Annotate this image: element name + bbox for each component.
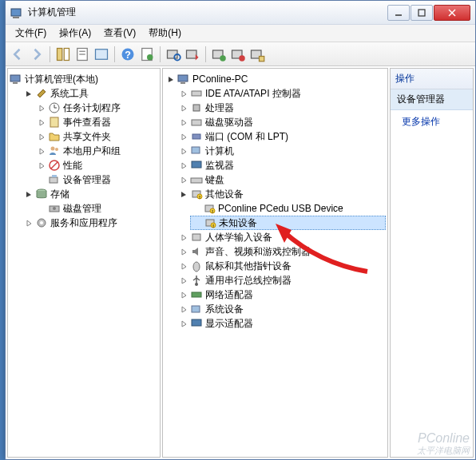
export-button[interactable] [93, 46, 110, 63]
svg-point-39 [53, 207, 56, 210]
expand-icon[interactable] [180, 291, 188, 299]
device-computers[interactable]: 计算机 [177, 144, 386, 158]
tree-performance[interactable]: 性能 [35, 158, 158, 172]
menu-file[interactable]: 文件(F) [9, 25, 53, 42]
svg-point-22 [239, 55, 245, 61]
services-icon [35, 216, 48, 229]
menu-help[interactable]: 帮助(H) [142, 25, 188, 42]
expand-icon[interactable] [180, 161, 188, 169]
tree-local-users[interactable]: 本地用户和组 [35, 144, 158, 158]
expand-icon[interactable] [180, 319, 188, 327]
expand-icon[interactable] [180, 176, 188, 184]
actions-panel: 操作 设备管理器 更多操作 [390, 68, 474, 458]
tree-system-tools[interactable]: 系统工具 [22, 86, 158, 101]
mouse-icon [190, 260, 203, 272]
collapse-icon[interactable] [25, 190, 33, 198]
device-display[interactable]: 显示适配器 [177, 316, 386, 331]
expand-icon[interactable] [180, 133, 188, 141]
device-monitors[interactable]: 监视器 [177, 158, 386, 172]
ide-icon [190, 87, 203, 100]
expand-icon[interactable] [180, 233, 188, 241]
expand-icon[interactable] [38, 147, 46, 155]
expand-icon[interactable] [180, 262, 188, 270]
window-title: 计算机管理 [28, 6, 387, 19]
actions-header: 操作 [391, 69, 473, 89]
svg-rect-7 [64, 48, 69, 60]
menu-view[interactable]: 查看(V) [97, 25, 142, 42]
more-actions-link[interactable]: 更多操作 [391, 110, 473, 133]
device-cpu[interactable]: 处理器 [177, 101, 386, 115]
menu-action[interactable]: 操作(A) [53, 25, 97, 42]
expand-icon[interactable] [38, 118, 46, 126]
expand-icon[interactable] [180, 89, 188, 97]
scan-button[interactable] [165, 46, 182, 63]
properties-button[interactable] [73, 46, 91, 63]
maximize-button[interactable] [411, 5, 433, 21]
tree-event-viewer[interactable]: 事件查看器 [35, 115, 158, 129]
device-disk-drives[interactable]: 磁盘驱动器 [177, 115, 386, 129]
tree-disk-management[interactable]: 磁盘管理 [35, 201, 158, 216]
svg-rect-30 [50, 117, 58, 127]
collapse-icon[interactable] [25, 89, 33, 97]
forward-button[interactable] [28, 46, 46, 63]
titlebar[interactable]: 计算机管理 [6, 1, 475, 25]
device-network[interactable]: 网络适配器 [177, 288, 386, 302]
folder-share-icon [48, 130, 61, 143]
tree-task-scheduler[interactable]: 任务计划程序 [35, 101, 158, 115]
device-sound[interactable]: 声音、视频和游戏控制器 [177, 244, 386, 259]
expand-icon[interactable] [180, 147, 188, 155]
device-unknown[interactable]: !未知设备 [190, 216, 386, 230]
menubar: 文件(F) 操作(A) 查看(V) 帮助(H) [6, 25, 475, 42]
device-system[interactable]: 系统设备 [177, 302, 386, 316]
svg-rect-50 [191, 178, 202, 183]
svg-rect-63 [192, 292, 201, 297]
svg-rect-26 [13, 82, 18, 84]
update-driver-button[interactable] [184, 46, 201, 63]
expand-icon[interactable] [180, 248, 188, 256]
back-button[interactable] [9, 46, 26, 63]
minimize-button[interactable] [387, 5, 410, 21]
expand-icon[interactable] [25, 219, 33, 227]
uninstall-button[interactable] [210, 46, 228, 63]
expand-icon[interactable] [38, 104, 46, 112]
help-button[interactable]: ? [119, 46, 137, 63]
expand-icon[interactable] [38, 133, 46, 141]
collapse-icon[interactable] [180, 190, 188, 198]
device-ports[interactable]: 端口 (COM 和 LPT) [177, 129, 386, 144]
device-mouse[interactable]: 鼠标和其他指针设备 [177, 259, 386, 273]
tree-root-computer-management[interactable]: 计算机管理(本地) [10, 72, 158, 86]
svg-point-15 [147, 54, 153, 61]
tree-device-manager[interactable]: 设备管理器 [35, 172, 158, 187]
svg-rect-44 [192, 91, 201, 96]
enable-button[interactable] [248, 46, 266, 63]
device-pc-root[interactable]: PConline-PC [165, 72, 386, 86]
disable-button[interactable] [229, 46, 247, 63]
expand-icon[interactable] [38, 161, 46, 169]
svg-rect-18 [187, 50, 197, 58]
refresh-button[interactable] [138, 46, 156, 63]
svg-rect-35 [50, 177, 58, 183]
device-other[interactable]: !其他设备 [177, 187, 386, 201]
main-window: 计算机管理 文件(F) 操作(A) 查看(V) 帮助(H) ? [5, 0, 476, 460]
left-panel: 计算机管理(本地) 系统工具 任务计划程序 事件查看器 [7, 68, 161, 458]
tree-storage[interactable]: 存储 [22, 187, 158, 201]
event-icon [48, 116, 61, 129]
collapse-icon[interactable] [167, 75, 175, 83]
close-button[interactable] [434, 5, 470, 21]
tree-shared-folders[interactable]: 共享文件夹 [35, 129, 158, 144]
device-hid[interactable]: 人体学输入设备 [177, 230, 386, 244]
expand-icon[interactable] [180, 104, 188, 112]
device-ide[interactable]: IDE ATA/ATAPI 控制器 [177, 86, 386, 101]
show-hide-tree-button[interactable] [54, 46, 72, 63]
device-usb-controllers[interactable]: 通用串行总线控制器 [177, 273, 386, 288]
device-usb-pcedu[interactable]: !PConline PCedu USB Device [190, 201, 386, 216]
tree-services-apps[interactable]: 服务和应用程序 [22, 216, 158, 230]
users-icon [48, 145, 61, 157]
device-keyboards[interactable]: 键盘 [177, 172, 386, 187]
expand-icon[interactable] [180, 305, 188, 313]
expand-icon[interactable] [180, 276, 188, 284]
svg-rect-47 [192, 134, 200, 139]
svg-rect-1 [13, 17, 19, 18]
app-icon [10, 6, 23, 19]
expand-icon[interactable] [180, 118, 188, 126]
